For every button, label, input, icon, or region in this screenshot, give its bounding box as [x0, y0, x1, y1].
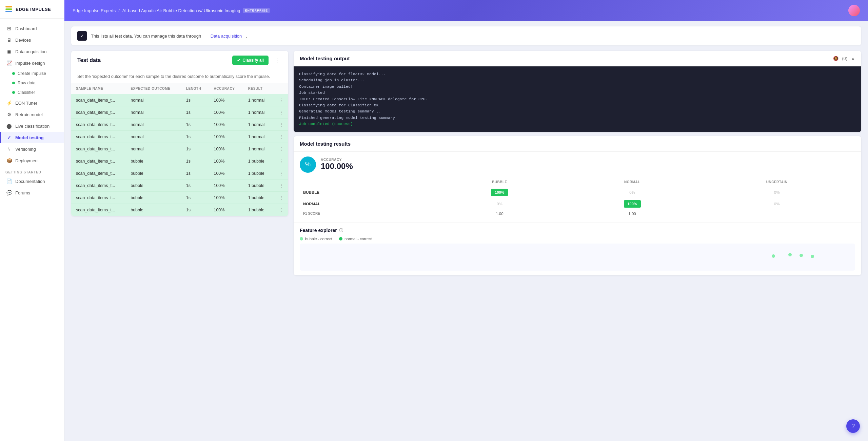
col-accuracy: ACCURACY — [209, 83, 243, 94]
main-content: ✓ This lists all test data. You can mana… — [64, 21, 868, 441]
table-row: scan_data_items_t... normal 1s 100% 1 no… — [71, 143, 288, 155]
sidebar-item-label: Data acquisition — [15, 49, 47, 54]
test-data-header: Test data ✔ Classify all ⋮ — [71, 51, 288, 70]
cell-sample-name: scan_data_items_t... — [71, 180, 126, 192]
sidebar-item-devices[interactable]: 🖥 Devices — [0, 34, 64, 46]
model-testing-results-panel: Model testing results % ACCURACY 100.00% — [294, 136, 861, 275]
main-area: Edge Impulse Experts / AI-based Aquatic … — [64, 0, 868, 441]
sidebar-item-label: Dashboard — [15, 26, 37, 31]
docs-icon: 📄 — [6, 178, 12, 184]
accuracy-row: % ACCURACY 100.00% — [294, 152, 861, 177]
cell-expected: bubble — [126, 180, 181, 192]
cell-length: 1s — [181, 106, 209, 119]
sidebar-sub-create-impulse[interactable]: Create impulse — [0, 69, 64, 78]
legend-label: bubble - correct — [305, 237, 332, 241]
notification-count: (0) — [842, 56, 847, 61]
conf-body: BUBBLE 100% 0% 0% NORMAL 0% 100% 0% F1 S… — [300, 187, 855, 218]
cell-menu[interactable]: ⋮ — [273, 155, 288, 167]
user-avatar[interactable] — [848, 5, 860, 16]
more-options-button[interactable]: ⋮ — [272, 56, 282, 65]
conf-cell-normal: 100% — [566, 198, 698, 210]
getting-started-label: GETTING STARTED — [0, 166, 64, 175]
sidebar-sub-raw-data[interactable]: Raw data — [0, 78, 64, 88]
table-header-row: SAMPLE NAME EXPECTED OUTCOME LENGTH ACCU… — [71, 83, 288, 94]
conf-col-bubble: BUBBLE — [433, 177, 566, 187]
sidebar-sub-classifier[interactable]: Classifier — [0, 88, 64, 97]
help-button[interactable]: ? — [846, 419, 860, 433]
sidebar-item-impulse-design[interactable]: 📈 Impulse design — [0, 57, 64, 69]
test-data-table: SAMPLE NAME EXPECTED OUTCOME LENGTH ACCU… — [71, 83, 288, 216]
cell-expected: bubble — [126, 155, 181, 167]
cell-menu[interactable]: ⋮ — [273, 180, 288, 192]
table-row: scan_data_items_t... bubble 1s 100% 1 bu… — [71, 155, 288, 167]
cell-menu[interactable]: ⋮ — [273, 94, 288, 106]
cell-accuracy: 100% — [209, 119, 243, 131]
cell-menu[interactable]: ⋮ — [273, 167, 288, 180]
data-acquisition-link[interactable]: Data acquisition — [211, 34, 242, 39]
cell-length: 1s — [181, 143, 209, 155]
sidebar-item-eon-tuner[interactable]: ⚡ EON Tuner — [0, 97, 64, 109]
cell-result: 1 bubble — [243, 180, 273, 192]
conf-col-normal: NORMAL — [566, 177, 698, 187]
cell-menu[interactable]: ⋮ — [273, 192, 288, 204]
table-row: scan_data_items_t... normal 1s 100% 1 no… — [71, 119, 288, 131]
cell-accuracy: 100% — [209, 204, 243, 216]
conf-table: BUBBLE NORMAL UNCERTAIN BUBBLE 100% 0% 0… — [300, 177, 855, 218]
collapse-icon[interactable]: ▲ — [851, 56, 855, 61]
feature-canvas — [300, 244, 855, 271]
log-line: Classifying data for Classifier OK — [299, 102, 856, 108]
classify-all-button[interactable]: ✔ Classify all — [232, 56, 269, 65]
cell-sample-name: scan_data_items_t... — [71, 119, 126, 131]
log-line: Container image pulled! — [299, 84, 856, 90]
sidebar-item-label: Live classification — [15, 124, 50, 129]
cell-menu[interactable]: ⋮ — [273, 131, 288, 143]
devices-icon: 🖥 — [6, 37, 12, 43]
cell-result: 1 bubble — [243, 155, 273, 167]
cell-length: 1s — [181, 204, 209, 216]
sidebar-item-dashboard[interactable]: ⊞ Dashboard — [0, 23, 64, 34]
cell-accuracy: 100% — [209, 131, 243, 143]
conf-col-empty — [300, 177, 433, 187]
table-row: scan_data_items_t... bubble 1s 100% 1 bu… — [71, 204, 288, 216]
dot-icon — [12, 91, 15, 94]
cell-result: 1 bubble — [243, 192, 273, 204]
legend-dot — [339, 237, 342, 240]
cell-accuracy: 100% — [209, 106, 243, 119]
sidebar-item-versioning[interactable]: ⑂ Versioning — [0, 143, 64, 155]
sidebar-item-deployment[interactable]: 📦 Deployment — [0, 155, 64, 166]
log-line: Job completed (success) — [299, 121, 856, 127]
col-sample-name: SAMPLE NAME — [71, 83, 126, 94]
enterprise-badge: ENTERPRISE — [243, 8, 270, 13]
sidebar-item-documentation[interactable]: 📄 Documentation — [0, 175, 64, 187]
model-testing-icon: ✓ — [6, 135, 12, 140]
versioning-icon: ⑂ — [6, 146, 12, 152]
notice-bar: ✓ This lists all test data. You can mana… — [71, 26, 861, 45]
confusion-matrix: BUBBLE NORMAL UNCERTAIN BUBBLE 100% 0% 0… — [294, 177, 861, 223]
sidebar-item-forums[interactable]: 💬 Forums — [0, 187, 64, 198]
right-panel: Model testing output 🔕 (0) ▲ Classifying… — [294, 51, 861, 275]
sidebar-item-live-classification[interactable]: ⬤ Live classification — [0, 120, 64, 132]
logo[interactable]: EDGE IMPULSE — [0, 0, 64, 19]
cell-menu[interactable]: ⋮ — [273, 143, 288, 155]
sidebar: EDGE IMPULSE ⊞ Dashboard 🖥 Devices ◼ Dat… — [0, 0, 64, 441]
log-line: Job started — [299, 90, 856, 96]
cell-accuracy: 100% — [209, 155, 243, 167]
log-line: Scheduling job in cluster... — [299, 77, 856, 83]
sidebar-item-retrain-model[interactable]: ⚙ Retrain model — [0, 109, 64, 120]
conf-cell — [698, 210, 855, 218]
cell-result: 1 bubble — [243, 204, 273, 216]
cell-menu[interactable]: ⋮ — [273, 119, 288, 131]
output-log: Classifying data for float32 model...Sch… — [294, 66, 861, 132]
table-row: scan_data_items_t... bubble 1s 100% 1 bu… — [71, 180, 288, 192]
cell-menu[interactable]: ⋮ — [273, 204, 288, 216]
breadcrumb-org[interactable]: Edge Impulse Experts — [73, 8, 116, 13]
sidebar-item-model-testing[interactable]: ✓ Model testing — [0, 132, 64, 143]
cell-menu[interactable]: ⋮ — [273, 106, 288, 119]
table-body: scan_data_items_t... normal 1s 100% 1 no… — [71, 94, 288, 216]
sidebar-item-data-acquisition[interactable]: ◼ Data acquisition — [0, 46, 64, 57]
conf-header-row: BUBBLE NORMAL UNCERTAIN — [300, 177, 855, 187]
breadcrumb-project: AI-based Aquatic Air Bubble Detection w/… — [122, 8, 240, 13]
col-length: LENGTH — [181, 83, 209, 94]
col-expected-outcome: EXPECTED OUTCOME — [126, 83, 181, 94]
logo-icon — [5, 6, 12, 12]
